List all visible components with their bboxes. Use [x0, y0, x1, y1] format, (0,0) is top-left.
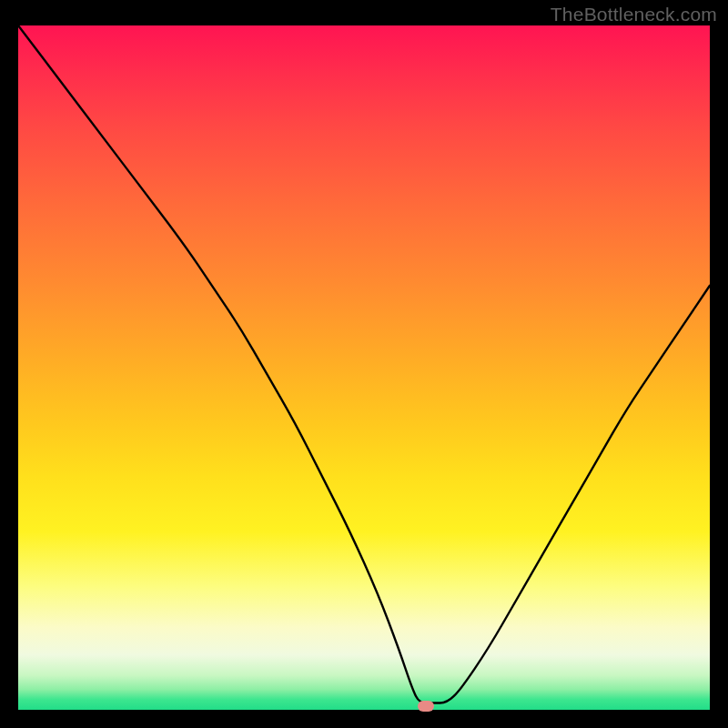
chart-frame: TheBottleneck.com	[0, 0, 728, 728]
plot-area	[18, 25, 710, 710]
watermark-text: TheBottleneck.com	[551, 4, 717, 25]
bottleneck-curve	[18, 25, 710, 710]
optimal-marker	[418, 701, 434, 712]
